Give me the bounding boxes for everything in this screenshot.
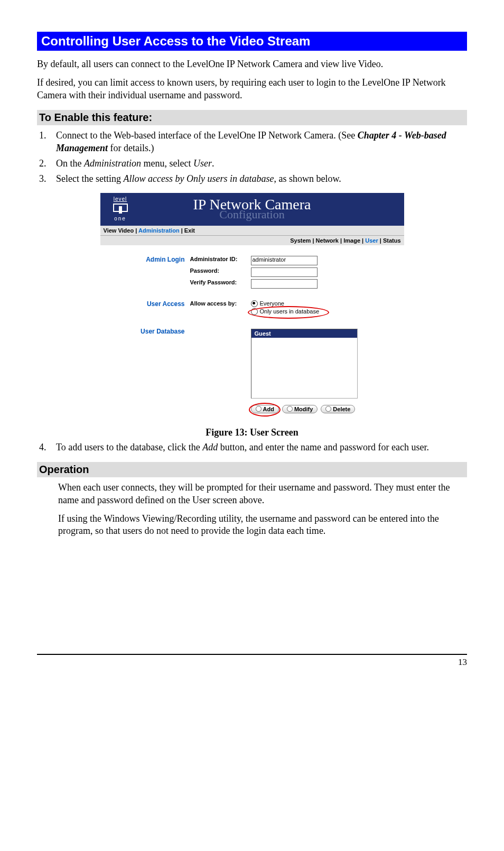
subnav-status[interactable]: Status: [383, 237, 401, 244]
label-verify-password: Verify Password:: [190, 279, 251, 289]
modify-button[interactable]: Modify: [282, 405, 318, 413]
listbox-item-guest[interactable]: Guest: [251, 329, 357, 338]
figure-13-wrap: level one Configuration IP Network Camer…: [37, 193, 467, 438]
step-3-setting: Allow access by Only users in database: [123, 173, 274, 184]
nav-administration[interactable]: Administration: [138, 227, 180, 234]
delete-button[interactable]: Delete: [321, 405, 355, 413]
subnav-network[interactable]: Network: [316, 237, 339, 244]
section-user-access: User Access: [106, 300, 190, 316]
nav-sep-2: |: [180, 227, 184, 234]
subnav-image[interactable]: Image: [343, 237, 360, 244]
step-2: On the Administration menu, select User.: [49, 158, 467, 170]
password-field[interactable]: [251, 267, 318, 277]
footer-rule: [37, 654, 467, 655]
figure-caption: Figure 13: User Screen: [37, 427, 467, 438]
step-1-text-c: for details.): [108, 143, 154, 153]
nav-view-video[interactable]: View Video: [104, 227, 134, 234]
delete-button-label: Delete: [333, 406, 350, 412]
subnav-sep-4: |: [378, 237, 383, 244]
intro-paragraph-2: If desired, you can limit access to know…: [37, 77, 467, 101]
step-1: Connect to the Web-based interface of th…: [49, 130, 467, 154]
step-3-text-c: , as shown below.: [274, 173, 341, 184]
subnav-system[interactable]: System: [290, 237, 311, 244]
step-4-text-a: To add users to the database, click the: [56, 442, 202, 452]
radio-everyone[interactable]: [251, 300, 258, 307]
circle-icon: [325, 406, 331, 412]
subnav-sep-1: |: [311, 237, 315, 244]
step-1-text-a: Connect to the Web-based interface of th…: [56, 130, 358, 141]
label-admin-id: Administrator ID:: [190, 256, 251, 265]
screenshot-body: Admin Login Administrator ID: administra…: [100, 245, 404, 424]
step-2-text-a: On the: [56, 158, 84, 169]
step-2-text-e: .: [212, 158, 214, 169]
operation-heading: Operation: [37, 462, 467, 477]
step-4: To add users to the database, click the …: [49, 441, 467, 454]
nav-exit[interactable]: Exit: [184, 227, 195, 234]
step-2-item: User: [193, 158, 212, 169]
screenshot-banner: level one Configuration IP Network Camer…: [100, 193, 404, 226]
nav-sep-1: |: [134, 227, 138, 234]
operation-paragraph-1: When each user connects, they will be pr…: [58, 482, 467, 506]
user-database-listbox[interactable]: Guest: [251, 329, 358, 399]
subnav-user[interactable]: User: [365, 237, 378, 244]
enable-steps-list-cont: To add users to the database, click the …: [37, 441, 467, 454]
section-admin-login: Admin Login: [106, 256, 190, 265]
circle-icon: [287, 406, 293, 412]
page-main-heading: Controlling User Access to the Video Str…: [37, 32, 467, 51]
operation-paragraph-2: If using the Windows Viewing/Recording u…: [58, 513, 467, 538]
page-number: 13: [37, 657, 467, 668]
intro-paragraph-1: By default, all users can connect to the…: [37, 58, 467, 70]
step-3: Select the setting Allow access by Only …: [49, 173, 467, 185]
label-password: Password:: [190, 267, 251, 277]
verify-password-field[interactable]: [251, 279, 318, 289]
annotation-ellipse-radio: [248, 306, 329, 319]
enable-steps-list: Connect to the Web-based interface of th…: [37, 130, 467, 186]
label-allow-access-by: Allow access by:: [190, 300, 251, 316]
top-nav-bar: View Video | Administration | Exit: [100, 226, 404, 236]
step-4-text-c: button, and enter the name and password …: [218, 442, 429, 452]
section-user-database: User Database: [106, 328, 190, 413]
step-2-text-c: menu, select: [141, 158, 193, 169]
banner-title: IP Network Camera: [100, 196, 404, 213]
user-screen-screenshot: level one Configuration IP Network Camer…: [100, 193, 404, 424]
modify-button-label: Modify: [294, 406, 313, 412]
subnav-sep-3: |: [360, 237, 365, 244]
step-3-text-a: Select the setting: [56, 173, 123, 184]
enable-feature-heading: To Enable this feature:: [37, 110, 467, 125]
sub-nav-bar: System | Network | Image | User | Status: [100, 236, 404, 245]
admin-id-field[interactable]: administrator: [251, 256, 318, 265]
annotation-ellipse-add: [249, 403, 281, 417]
step-4-btn: Add: [202, 442, 218, 452]
subnav-sep-2: |: [339, 237, 343, 244]
step-2-menu: Administration: [84, 158, 141, 169]
